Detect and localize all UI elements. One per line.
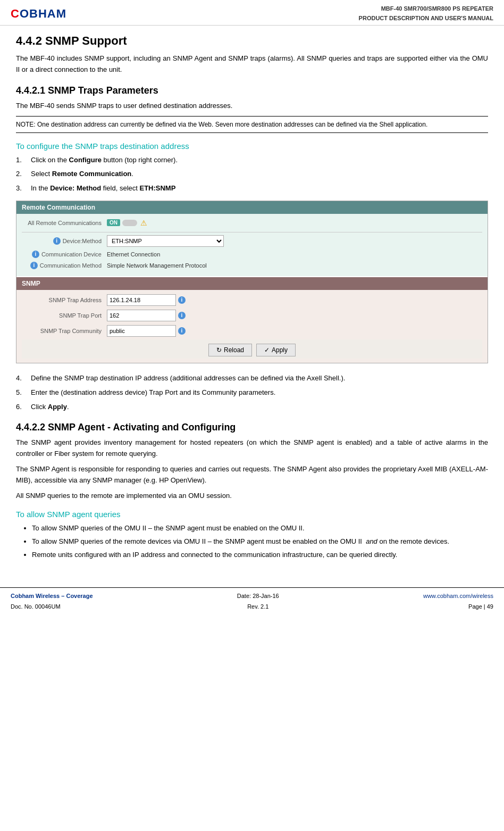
sub-body2a: The SNMP agent provides inventory manage… — [16, 437, 488, 460]
separator1 — [22, 232, 482, 232]
comm-method-value: Simple Network Management Protocol — [107, 262, 207, 269]
step-5: 5. Enter the (destination address device… — [16, 387, 488, 398]
device-method-select[interactable]: ETH:SNMP — [107, 235, 224, 247]
header-product-info: MBF-40 SMR700/SMR800 PS REPEATER PRODUCT… — [359, 4, 493, 23]
main-content: 4.4.2 SNMP Support The MBF-40 includes S… — [0, 26, 504, 571]
comm-device-info-icon[interactable]: i — [32, 251, 39, 258]
device-method-label: i Device:Method — [22, 237, 107, 245]
device-method-select-wrap: ETH:SNMP — [107, 235, 224, 247]
step3-bold1: Device: Method — [50, 184, 101, 192]
step-6: 6. Click Apply. — [16, 402, 488, 413]
comm-device-label: i Communication Device — [22, 251, 107, 258]
comm-device-value: Ethernet Connection — [107, 251, 160, 257]
step1-bold: Configure — [69, 156, 102, 164]
cyan-heading2: To allow SNMP agent queries — [16, 510, 488, 519]
cyan-heading1: To configure the SNMP traps destination … — [16, 142, 488, 151]
trap-port-label: SNMP Trap Port — [22, 312, 107, 319]
trap-address-info-icon[interactable]: i — [178, 296, 186, 304]
product-line1: MBF-40 SMR700/SMR800 PS REPEATER — [359, 4, 493, 14]
note-text: NOTE: One destination address can curren… — [16, 121, 427, 128]
main-body1: The MBF-40 includes SNMP support, includ… — [16, 53, 488, 76]
step-2: 2. Select Remote Communication. — [16, 169, 488, 180]
footer-cobham-link: Cobham Wireless – Coverage — [11, 593, 93, 599]
sub-body2b: The SNMP Agent is responsible for respon… — [16, 464, 488, 486]
trap-port-row: SNMP Trap Port i — [22, 309, 482, 322]
step3-bold2: ETH:SNMP — [139, 184, 175, 192]
all-remote-label: All Remote Communications — [22, 220, 107, 226]
trap-port-info-icon[interactable]: i — [178, 312, 186, 319]
rc-section-header: Remote Communication — [16, 201, 488, 214]
page-footer: Cobham Wireless – Coverage Doc. No. 0004… — [0, 587, 504, 616]
comm-method-row: i Communication Method Simple Network Ma… — [22, 261, 482, 270]
footer-doc-no: Doc. No. 00046UM — [11, 602, 93, 612]
warning-icon: ⚠ — [140, 219, 147, 227]
reload-label: Reload — [224, 346, 244, 354]
comm-method-label: i Communication Method — [22, 262, 107, 269]
footer-date: Date: 28-Jan-16 — [237, 591, 279, 602]
trap-community-input[interactable] — [107, 325, 176, 337]
trap-port-input[interactable] — [107, 310, 176, 321]
snmp-section-body: SNMP Trap Address i SNMP Trap Port i — [16, 290, 488, 363]
footer-left: Cobham Wireless – Coverage Doc. No. 0004… — [11, 591, 93, 612]
sub-body1: The MBF-40 sends SNMP traps to user defi… — [16, 101, 488, 112]
reload-button[interactable]: ↻ Reload — [208, 344, 252, 356]
steps-list: 1. Click on the Configure button (top ri… — [16, 155, 488, 194]
comm-device-row: i Communication Device Ethernet Connecti… — [22, 250, 482, 259]
footer-url: www.cobham.com/wireless — [423, 591, 493, 602]
bullet-list: To allow SNMP queries of the OMU II – th… — [16, 523, 488, 560]
step-1: 1. Click on the Configure button (top ri… — [16, 155, 488, 166]
cobham-logo: COBHAM — [11, 7, 66, 21]
footer-company: Cobham Wireless – Coverage — [11, 591, 93, 602]
toggle-bar[interactable] — [122, 220, 137, 226]
apply-label: Apply — [272, 346, 288, 354]
device-method-row: i Device:Method ETH:SNMP — [22, 234, 482, 248]
trap-address-row: SNMP Trap Address i — [22, 293, 482, 307]
apply-button[interactable]: ✓ Apply — [256, 344, 296, 356]
subsection-title1: 4.4.2.1 SNMP Traps Parameters — [16, 85, 488, 96]
apply-icon: ✓ — [264, 346, 270, 354]
step-3: 3. In the Device: Method field, select E… — [16, 183, 488, 194]
trap-address-input[interactable] — [107, 294, 176, 306]
steps-after-list: 4. Define the SNMP trap destination IP a… — [16, 373, 488, 412]
footer-right: www.cobham.com/wireless Page | 49 — [423, 591, 493, 612]
step2-bold: Remote Communication — [52, 170, 132, 178]
footer-page: Page | 49 — [423, 602, 493, 612]
trap-port-input-wrap: i — [107, 310, 186, 321]
logo-area: COBHAM — [11, 7, 66, 21]
product-line2: PRODUCT DESCRIPTION AND USER'S MANUAL — [359, 14, 493, 23]
bullet2-italic: and — [366, 537, 377, 545]
note-box: NOTE: One destination address can curren… — [16, 116, 488, 133]
comm-method-info-icon[interactable]: i — [30, 262, 38, 269]
toggle-on-label[interactable]: ON — [107, 219, 120, 226]
section-main-title: 4.4.2 SNMP Support — [16, 34, 488, 48]
footer-center: Date: 28-Jan-16 Rev. 2.1 — [237, 591, 279, 612]
rc-section-body: All Remote Communications ON ⚠ i Device:… — [16, 214, 488, 276]
bullet-item-3: Remote units configured with an IP addre… — [32, 550, 488, 561]
sub-body2c: All SNMP queries to the remote are imple… — [16, 491, 488, 502]
all-remote-row: All Remote Communications ON ⚠ — [22, 217, 482, 229]
trap-address-input-wrap: i — [107, 294, 186, 306]
button-row: ↻ Reload ✓ Apply — [22, 339, 482, 359]
ui-screenshot-panel: Remote Communication All Remote Communic… — [16, 201, 488, 363]
reload-icon: ↻ — [216, 346, 222, 354]
trap-community-info-icon[interactable]: i — [178, 327, 186, 335]
ui-panel-inner: Remote Communication All Remote Communic… — [16, 201, 488, 363]
bullet-item-1: To allow SNMP queries of the OMU II – th… — [32, 523, 488, 534]
trap-community-input-wrap: i — [107, 325, 186, 337]
trap-address-label: SNMP Trap Address — [22, 297, 107, 303]
trap-community-label: SNMP Trap Community — [22, 328, 107, 334]
step-4: 4. Define the SNMP trap destination IP a… — [16, 373, 488, 384]
footer-rev: Rev. 2.1 — [237, 602, 279, 612]
step6-bold: Apply — [48, 403, 67, 411]
trap-community-row: SNMP Trap Community i — [22, 324, 482, 338]
subsection-title2: 4.4.2.2 SNMP Agent - Activating and Conf… — [16, 422, 488, 433]
snmp-section-header: SNMP — [16, 277, 488, 290]
bullet-item-2: To allow SNMP queries of the remote devi… — [32, 536, 488, 547]
device-method-info-icon[interactable]: i — [53, 237, 61, 245]
page-header: COBHAM MBF-40 SMR700/SMR800 PS REPEATER … — [0, 0, 504, 26]
